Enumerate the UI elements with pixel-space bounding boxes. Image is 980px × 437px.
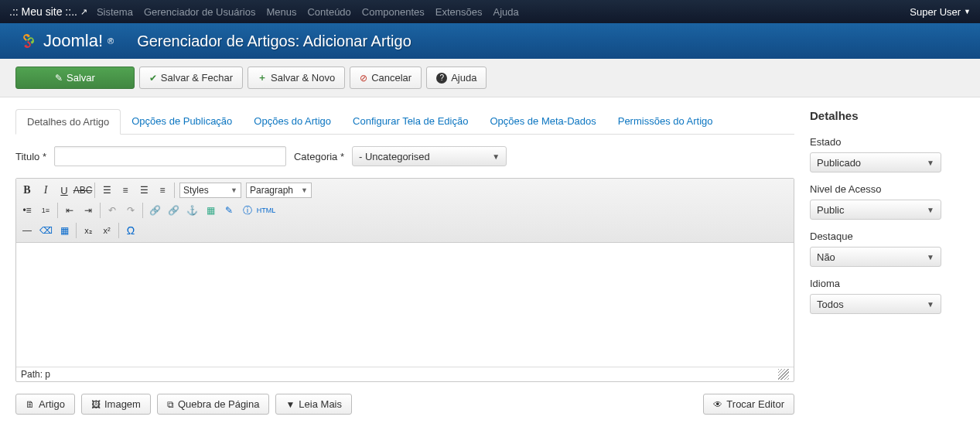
save-close-label: Salvar & Fechar: [161, 72, 233, 84]
copy-icon: ⧉: [167, 399, 174, 410]
save-label: Salvar: [67, 72, 95, 84]
tab-artigo[interactable]: Opções do Artigo: [243, 109, 342, 134]
tab-permissoes[interactable]: Permissões do Artigo: [607, 109, 724, 134]
format-select[interactable]: Paragraph▼: [246, 183, 312, 198]
topnav-item-conteudo[interactable]: Conteúdo: [307, 6, 350, 18]
chevron-down-icon: ▼: [927, 300, 934, 309]
user-menu[interactable]: Super User ▼: [910, 6, 971, 18]
pagebreak-button[interactable]: ⧉ Quebra de Página: [157, 394, 270, 415]
topnav-item-usuarios[interactable]: Gerenciador de Usuários: [144, 6, 256, 18]
topnav-menu: Sistema Gerenciador de Usuários Menus Co…: [97, 6, 519, 18]
removeformat-button[interactable]: ⌫: [37, 222, 54, 239]
side-heading: Detalhes: [810, 109, 965, 122]
topnav-item-menus[interactable]: Menus: [266, 6, 296, 18]
cancel-button[interactable]: ⊘ Cancelar: [350, 67, 422, 89]
topnav-item-sistema[interactable]: Sistema: [97, 6, 133, 18]
eye-icon: 👁: [713, 399, 722, 410]
side-panel: Detalhes Estado Publicado ▼ Nivel de Ace…: [810, 109, 965, 415]
save-new-button[interactable]: ＋ Salvar & Novo: [248, 67, 345, 89]
acesso-select[interactable]: Public ▼: [810, 200, 941, 220]
readmore-button[interactable]: ▼ Leia Mais: [275, 394, 352, 415]
link-button[interactable]: 🔗: [146, 202, 163, 219]
wysiwyg-editor: B I U ABC ☰ ≡ ☰ ≡ Styles▼ Paragraph▼: [15, 178, 794, 382]
editor-path: Path: p: [21, 369, 50, 380]
site-name-text: .:: Meu site ::..: [9, 5, 77, 18]
external-link-icon: ↗: [80, 7, 87, 17]
align-left-button[interactable]: ☰: [98, 182, 115, 199]
apply-icon: ✎: [55, 73, 63, 84]
estado-select[interactable]: Publicado ▼: [810, 152, 941, 172]
save-close-button[interactable]: ✔ Salvar & Fechar: [139, 67, 243, 89]
chevron-down-icon: ▼: [492, 152, 500, 161]
tab-metadados[interactable]: Opções de Meta-Dados: [479, 109, 606, 134]
idioma-label: Idioma: [810, 278, 965, 289]
html-button[interactable]: HTML: [258, 202, 275, 219]
acesso-label: Nivel de Acesso: [810, 183, 965, 195]
acesso-value: Public: [817, 204, 844, 216]
number-list-button[interactable]: 1≡: [37, 202, 54, 219]
registered-icon: ®: [108, 36, 114, 46]
toggle-editor-button[interactable]: 👁 Trocar Editor: [703, 394, 794, 415]
align-right-button[interactable]: ☰: [135, 182, 152, 199]
chevron-down-icon: ▼: [927, 253, 934, 261]
save-new-label: Salvar & Novo: [271, 72, 335, 84]
check-icon: ✔: [149, 73, 157, 84]
indent-button[interactable]: ⇥: [80, 202, 97, 219]
idioma-value: Todos: [817, 299, 844, 310]
superscript-button[interactable]: x²: [98, 222, 115, 239]
align-center-button[interactable]: ≡: [117, 182, 134, 199]
editor-resize-handle[interactable]: [778, 369, 789, 380]
align-justify-button[interactable]: ≡: [154, 182, 171, 199]
estado-value: Publicado: [817, 157, 861, 169]
underline-button[interactable]: U: [56, 182, 73, 199]
title-category-row: Titulo * Categoria * - Uncategorised ▼: [15, 146, 794, 166]
tab-publicacao[interactable]: Opções de Publicação: [121, 109, 243, 134]
about-button[interactable]: ⓘ: [239, 202, 256, 219]
joomla-logo-icon: [15, 29, 39, 53]
destaque-select[interactable]: Não ▼: [810, 247, 941, 267]
image-insert-button[interactable]: 🖼 Imagem: [81, 394, 151, 415]
subscript-button[interactable]: x₂: [80, 222, 97, 239]
article-button[interactable]: 🗎 Artigo: [15, 394, 75, 415]
tab-detalhes[interactable]: Detalhes do Artigo: [15, 109, 121, 135]
strikethrough-button[interactable]: ABC: [74, 182, 91, 199]
joomla-logo[interactable]: Joomla! ®: [15, 29, 114, 53]
topnav-item-extensoes[interactable]: Extensões: [435, 6, 483, 18]
category-label: Categoria *: [294, 151, 344, 162]
editor-textarea[interactable]: [16, 243, 794, 367]
file-icon: 🗎: [26, 399, 35, 410]
undo-button[interactable]: ↶: [104, 202, 121, 219]
page-header: Joomla! ® Gerenciador de Artigos: Adicio…: [0, 23, 980, 59]
site-name-link[interactable]: .:: Meu site ::.. ↗: [9, 5, 87, 18]
chevron-down-icon: ▼: [285, 399, 295, 410]
chevron-down-icon: ▼: [927, 159, 934, 167]
page-title: Gerenciador de Artigos: Adicionar Artigo: [137, 32, 411, 50]
unlink-button[interactable]: 🔗: [165, 202, 182, 219]
italic-button[interactable]: I: [37, 182, 54, 199]
idioma-select[interactable]: Todos ▼: [810, 294, 941, 314]
bold-button[interactable]: B: [19, 182, 36, 199]
hr-button[interactable]: —: [19, 222, 36, 239]
title-input[interactable]: [54, 146, 286, 166]
cleanup-button[interactable]: ✎: [220, 202, 237, 219]
action-toolbar: ✎ Salvar ✔ Salvar & Fechar ＋ Salvar & No…: [0, 59, 980, 97]
joomla-logo-text: Joomla!: [43, 31, 103, 51]
bullet-list-button[interactable]: •≡: [19, 202, 36, 219]
charmap-button[interactable]: Ω: [122, 222, 139, 239]
help-button[interactable]: ? Ajuda: [426, 67, 487, 89]
table-button[interactable]: ▦: [56, 222, 73, 239]
topnav-item-ajuda[interactable]: Ajuda: [493, 6, 519, 18]
topnav-item-componentes[interactable]: Componentes: [362, 6, 425, 18]
chevron-down-icon: ▼: [964, 8, 971, 15]
image-button[interactable]: ▦: [202, 202, 219, 219]
destaque-label: Destaque: [810, 230, 965, 242]
destaque-value: Não: [817, 251, 835, 263]
anchor-button[interactable]: ⚓: [183, 202, 200, 219]
styles-select[interactable]: Styles▼: [179, 183, 241, 198]
redo-button[interactable]: ↷: [122, 202, 139, 219]
outdent-button[interactable]: ⇤: [61, 202, 78, 219]
tab-edicao[interactable]: Configurar Tela de Edição: [342, 109, 479, 134]
plus-icon: ＋: [258, 71, 267, 84]
category-select[interactable]: - Uncategorised ▼: [352, 146, 507, 166]
save-button[interactable]: ✎ Salvar: [15, 67, 135, 89]
